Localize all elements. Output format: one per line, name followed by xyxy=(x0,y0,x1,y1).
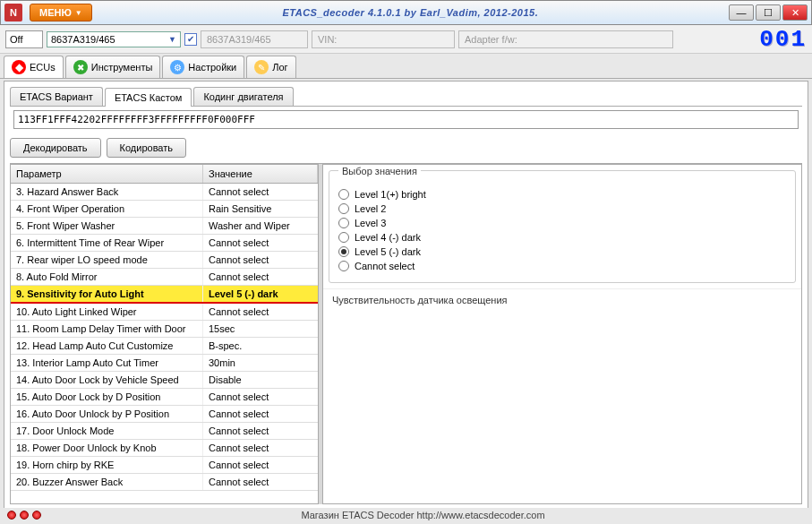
checkbox[interactable]: ✔ xyxy=(184,33,197,46)
radio-option[interactable]: Level 3 xyxy=(338,216,786,230)
maximize-button[interactable]: ☐ xyxy=(756,4,781,21)
tab-settings[interactable]: ⚙ Настройки xyxy=(162,56,244,78)
subtab-variant[interactable]: ETACS Вариант xyxy=(10,87,103,106)
value-cell: Cannot select xyxy=(203,304,318,320)
part-number-combo[interactable]: 8637A319/465 ▼ xyxy=(47,31,181,47)
param-cell: 20. Buzzer Answer Back xyxy=(11,474,203,490)
status-leds xyxy=(7,511,41,520)
menu-label: МЕНЮ xyxy=(39,7,72,18)
table-row[interactable]: 16. Auto Door Unlock by P PositionCannot… xyxy=(11,406,318,423)
sub-tabs: ETACS Вариант ETACS Кастом Кодинг двигат… xyxy=(4,82,808,106)
value-panel: Выбор значения Level 1(+) brightLevel 2L… xyxy=(322,164,802,504)
value-cell: Cannot select xyxy=(203,184,318,200)
table-row[interactable]: 12. Head Lamp Auto Cut CustomizeB-spec. xyxy=(11,338,318,355)
table-header: Параметр Значение xyxy=(11,165,318,184)
param-cell: 5. Front Wiper Washer xyxy=(11,218,203,234)
tab-log[interactable]: ✎ Лог xyxy=(246,56,295,78)
table-row[interactable]: 19. Horn chirp by RKECannot select xyxy=(11,457,318,474)
radio-option[interactable]: Level 4 (-) dark xyxy=(338,230,786,245)
param-cell: 18. Power Door Unlock by Knob xyxy=(11,440,203,456)
table-row[interactable]: 20. Buzzer Answer BackCannot select xyxy=(11,474,318,491)
counter-display: 001 xyxy=(753,26,807,53)
value-cell: Cannot select xyxy=(203,474,318,490)
hex-input[interactable] xyxy=(13,110,799,129)
radio-icon xyxy=(338,261,349,271)
window-title: ETACS_decoder 4.1.0.1 by Earl_Vadim, 201… xyxy=(92,7,729,18)
table-row[interactable]: 5. Front Wiper WasherWasher and Wiper xyxy=(11,218,318,235)
menu-button[interactable]: МЕНЮ ▼ xyxy=(30,4,92,21)
hex-row xyxy=(10,106,802,133)
top-toolbar: Off 8637A319/465 ▼ ✔ 8637A319/465 VIN: A… xyxy=(0,25,812,54)
value-cell: Cannot select xyxy=(203,252,318,268)
main-tabs: ECUs ✖ Инструменты ⚙ Настройки ✎ Лог xyxy=(0,54,812,79)
radio-option[interactable]: Cannot select xyxy=(338,259,786,273)
radio-label: Level 2 xyxy=(355,203,386,214)
radio-icon xyxy=(338,218,349,228)
value-cell: 15sec xyxy=(203,321,318,337)
table-row[interactable]: 9. Sensitivity for Auto LightLevel 5 (-)… xyxy=(11,286,318,304)
table-row[interactable]: 3. Hazard Answer BackCannot select xyxy=(11,184,318,201)
table-row[interactable]: 4. Front Wiper OperationRain Sensitive xyxy=(11,201,318,218)
col-value[interactable]: Значение xyxy=(203,165,318,183)
vin-field: VIN: xyxy=(312,30,455,48)
diamond-icon xyxy=(12,60,26,74)
radio-icon xyxy=(338,203,349,214)
fieldset-legend: Выбор значения xyxy=(338,166,421,176)
table-row[interactable]: 11. Room Lamp Delay Timer with Door15sec xyxy=(11,321,318,338)
encode-button[interactable]: Кодировать xyxy=(107,138,186,158)
value-cell: Cannot select xyxy=(203,457,318,473)
led-icon xyxy=(20,511,29,520)
parameter-description: Чувствительность датчика освещения xyxy=(323,288,801,311)
radio-label: Level 4 (-) dark xyxy=(355,232,421,243)
combo-value: 8637A319/465 xyxy=(51,34,115,45)
col-param[interactable]: Параметр xyxy=(11,165,203,183)
param-cell: 13. Interior Lamp Auto Cut Timer xyxy=(11,355,203,371)
status-field[interactable]: Off xyxy=(5,30,43,48)
param-cell: 17. Door Unlock Mode xyxy=(11,423,203,439)
radio-option[interactable]: Level 5 (-) dark xyxy=(338,245,786,259)
radio-label: Level 1(+) bright xyxy=(355,189,426,200)
table-row[interactable]: 10. Auto Light Linked WiperCannot select xyxy=(11,304,318,321)
param-cell: 4. Front Wiper Operation xyxy=(11,201,203,217)
window-controls: — ☐ ✕ xyxy=(729,4,808,21)
tab-label: Настройки xyxy=(188,62,236,73)
subtab-engine[interactable]: Кодинг двигателя xyxy=(193,87,293,106)
param-cell: 11. Room Lamp Delay Timer with Door xyxy=(11,321,203,337)
param-cell: 15. Auto Door Lock by D Position xyxy=(11,389,203,405)
decode-button[interactable]: Декодировать xyxy=(10,138,101,158)
param-cell: 6. Intermittent Time of Rear Wiper xyxy=(11,235,203,251)
status-bar: Магазин ETACS Decoder http://www.etacsde… xyxy=(0,508,812,522)
param-cell: 3. Hazard Answer Back xyxy=(11,184,203,200)
table-row[interactable]: 15. Auto Door Lock by D PositionCannot s… xyxy=(11,389,318,406)
tab-tools[interactable]: ✖ Инструменты xyxy=(65,56,161,78)
param-cell: 12. Head Lamp Auto Cut Customize xyxy=(11,338,203,354)
value-cell: Disable xyxy=(203,372,318,388)
parameter-table: Параметр Значение 3. Hazard Answer BackC… xyxy=(10,164,319,504)
radio-icon xyxy=(338,232,349,243)
subtab-custom[interactable]: ETACS Кастом xyxy=(105,88,192,107)
table-row[interactable]: 7. Rear wiper LO speed modeCannot select xyxy=(11,252,318,269)
chevron-down-icon: ▼ xyxy=(75,9,82,17)
radio-option[interactable]: Level 2 xyxy=(338,202,786,216)
radio-option[interactable]: Level 1(+) bright xyxy=(338,187,786,202)
table-row[interactable]: 18. Power Door Unlock by KnobCannot sele… xyxy=(11,440,318,457)
table-row[interactable]: 14. Auto Door Lock by Vehicle SpeedDisab… xyxy=(11,372,318,389)
led-icon xyxy=(32,511,41,520)
tab-ecus[interactable]: ECUs xyxy=(4,56,64,78)
split-pane: Параметр Значение 3. Hazard Answer BackC… xyxy=(10,163,802,504)
table-row[interactable]: 8. Auto Fold MirrorCannot select xyxy=(11,269,318,286)
radio-label: Level 3 xyxy=(355,218,386,228)
minimize-button[interactable]: — xyxy=(729,4,754,21)
table-row[interactable]: 17. Door Unlock ModeCannot select xyxy=(11,423,318,440)
close-button[interactable]: ✕ xyxy=(782,4,808,21)
value-cell: Rain Sensitive xyxy=(203,201,318,217)
value-cell: Cannot select xyxy=(203,235,318,251)
param-cell: 14. Auto Door Lock by Vehicle Speed xyxy=(11,372,203,388)
table-row[interactable]: 6. Intermittent Time of Rear WiperCannot… xyxy=(11,235,318,252)
value-cell: Cannot select xyxy=(203,406,318,422)
tab-label: ECUs xyxy=(30,62,56,73)
table-body[interactable]: 3. Hazard Answer BackCannot select4. Fro… xyxy=(11,184,318,503)
part-number-readonly: 8637A319/465 xyxy=(201,30,308,48)
table-row[interactable]: 13. Interior Lamp Auto Cut Timer30min xyxy=(11,355,318,372)
app-icon: N xyxy=(4,4,22,21)
